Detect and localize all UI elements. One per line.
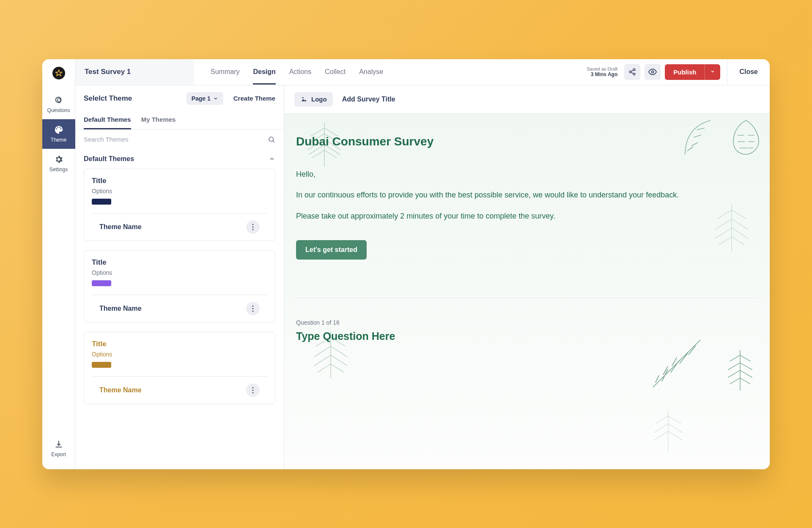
- theme-name: Theme Name: [99, 223, 246, 231]
- survey-name[interactable]: Test Survey 1: [75, 59, 194, 85]
- chevron-up-icon: [269, 156, 275, 162]
- tab-analyse[interactable]: Analyse: [359, 60, 383, 85]
- svg-point-11: [252, 308, 253, 309]
- svg-point-12: [252, 310, 253, 312]
- share-button[interactable]: [624, 64, 640, 80]
- publish-dropdown-button[interactable]: [705, 64, 720, 80]
- theme-swatch: [92, 199, 111, 205]
- sidebar-header: Selelct Theme Page 1 Create Theme: [75, 85, 284, 112]
- theme-card[interactable]: TitleOptionsTheme Name: [84, 332, 275, 404]
- survey-title: Dubai Consumer Survey: [296, 135, 758, 148]
- rail-label-theme: Theme: [51, 137, 66, 143]
- svg-point-15: [252, 392, 253, 393]
- rail-label-export: Export: [51, 451, 66, 457]
- create-theme-link[interactable]: Create Theme: [233, 95, 275, 102]
- theme-preview-options: Options: [92, 269, 267, 276]
- tab-actions[interactable]: Actions: [289, 60, 311, 85]
- top-tabs: Summary Design Actions Collect Analyse: [211, 60, 383, 85]
- svg-point-9: [252, 229, 253, 230]
- theme-swatch: [92, 362, 111, 368]
- svg-point-4: [634, 73, 636, 75]
- theme-menu-button[interactable]: [246, 302, 260, 315]
- preview-button[interactable]: [645, 64, 661, 80]
- question-counter: Question 1 of 16: [296, 319, 758, 326]
- page-dropdown-label: Page 1: [192, 95, 211, 102]
- survey-greeting: Hello,: [296, 169, 736, 181]
- survey-body: Dubai Consumer Survey Hello, In our cont…: [284, 114, 770, 469]
- theme-preview-title: Title: [92, 258, 267, 267]
- question-block: Question 1 of 16 Type Question Here: [296, 298, 758, 342]
- subtab-default-themes[interactable]: Default Themes: [84, 112, 131, 129]
- preview-column: Logo Add Survey Title Dubai Consumer Sur…: [284, 85, 770, 469]
- tab-collect[interactable]: Collect: [325, 60, 346, 85]
- publish-button[interactable]: Publish: [665, 64, 705, 80]
- survey-paragraph-2: Please take out approximately 2 minutes …: [296, 211, 736, 222]
- save-status: Saved as Draft 3 Mins Ago: [587, 66, 617, 77]
- leaf-icon: [647, 334, 706, 393]
- svg-point-8: [252, 226, 253, 227]
- main-column: Test Survey 1 Summary Design Actions Col…: [75, 59, 770, 469]
- theme-preview-title: Title: [92, 340, 267, 348]
- image-icon: [300, 96, 308, 103]
- search-row: [75, 130, 284, 149]
- save-status-line1: Saved as Draft: [587, 66, 617, 71]
- page-dropdown[interactable]: Page 1: [187, 92, 223, 105]
- question-title-placeholder[interactable]: Type Question Here: [296, 330, 758, 342]
- logo-button[interactable]: Logo: [294, 92, 333, 107]
- dots-vertical-icon: [252, 224, 254, 230]
- close-button[interactable]: Close: [727, 59, 770, 85]
- rail-item-settings[interactable]: Settings: [42, 149, 75, 178]
- save-status-line2: 3 Mins Ago: [587, 71, 617, 77]
- theme-name: Theme Name: [99, 305, 246, 312]
- svg-point-3: [630, 71, 632, 73]
- theme-menu-button[interactable]: [246, 220, 260, 234]
- svg-point-13: [252, 387, 253, 388]
- app-window: Q Questions Theme Settings Export Test S…: [42, 59, 770, 469]
- survey-paragraph-1: In our continuous efforts to provide you…: [296, 189, 736, 201]
- tab-design[interactable]: Design: [253, 60, 275, 85]
- dots-vertical-icon: [252, 305, 254, 312]
- logo-button-label: Logo: [311, 96, 327, 103]
- search-input[interactable]: [84, 136, 268, 143]
- publish-group: Publish: [665, 64, 720, 80]
- rail-item-questions[interactable]: Q Questions: [42, 90, 75, 119]
- rail-label-settings: Settings: [49, 167, 68, 172]
- svg-point-10: [252, 305, 253, 306]
- svg-point-5: [652, 71, 654, 73]
- search-icon[interactable]: [268, 136, 275, 143]
- sidebar-title: Selelct Theme: [84, 94, 181, 103]
- content-row: Selelct Theme Page 1 Create Theme Defaul…: [75, 85, 770, 469]
- subtab-my-themes[interactable]: My Themes: [141, 112, 176, 129]
- svg-point-7: [252, 224, 253, 225]
- theme-sidebar: Selelct Theme Page 1 Create Theme Defaul…: [75, 85, 284, 469]
- preview-topbar: Logo Add Survey Title: [284, 85, 770, 114]
- topbar: Test Survey 1 Summary Design Actions Col…: [75, 59, 770, 85]
- leaf-icon: [715, 342, 765, 393]
- tab-summary[interactable]: Summary: [211, 60, 239, 85]
- theme-card[interactable]: TitleOptionsTheme Name: [84, 250, 275, 323]
- group-header-default[interactable]: Default Themes: [75, 149, 284, 169]
- add-survey-title[interactable]: Add Survey Title: [342, 96, 395, 103]
- leaf-icon: [702, 198, 761, 257]
- leaf-icon: [643, 406, 694, 457]
- theme-preview-options: Options: [92, 188, 267, 194]
- rail-item-export[interactable]: Export: [42, 434, 75, 463]
- dots-vertical-icon: [252, 387, 254, 394]
- group-header-label: Default Themes: [84, 155, 134, 163]
- theme-name: Theme Name: [99, 386, 246, 394]
- svg-point-16: [302, 97, 304, 98]
- theme-menu-button[interactable]: [246, 383, 260, 397]
- svg-text:Q: Q: [57, 96, 61, 103]
- theme-cards-list: TitleOptionsTheme NameTitleOptionsTheme …: [75, 169, 284, 413]
- left-rail: Q Questions Theme Settings Export: [42, 59, 75, 469]
- theme-card[interactable]: TitleOptionsTheme Name: [84, 169, 275, 241]
- app-logo[interactable]: [52, 67, 65, 79]
- chevron-down-icon: [213, 96, 218, 101]
- svg-point-2: [634, 69, 636, 71]
- rail-label-questions: Questions: [47, 107, 70, 113]
- svg-point-14: [252, 389, 253, 391]
- start-button[interactable]: Let's get started: [296, 240, 367, 260]
- rail-item-theme[interactable]: Theme: [42, 119, 75, 149]
- theme-preview-title: Title: [92, 177, 267, 185]
- svg-point-6: [269, 137, 274, 142]
